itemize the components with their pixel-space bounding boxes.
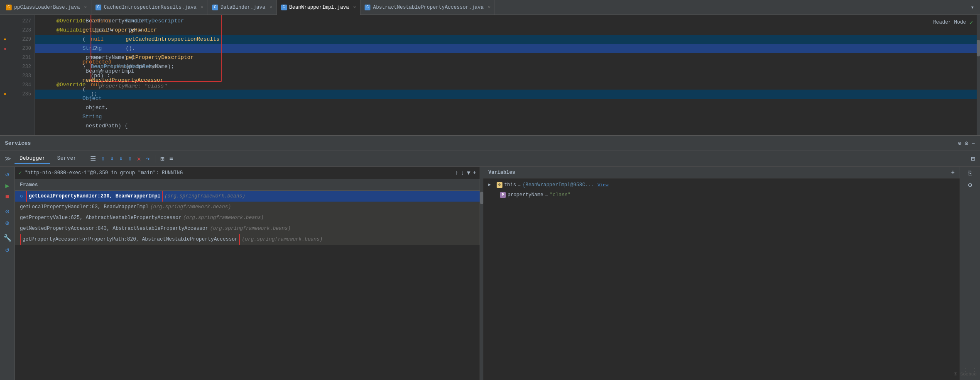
tab-close-cachedintrospection[interactable]: × [201,5,203,10]
sidebar-rerun-btn[interactable]: ↺ [5,246,10,254]
variables-add-btn[interactable]: + [951,169,955,176]
tab-ppclassloaderbase[interactable]: C ppClassLoaderBase.java × [2,0,91,15]
tab-close-databinder[interactable]: × [270,5,272,10]
toolbar-step-over-btn[interactable]: ⬆ [99,154,107,164]
reader-mode[interactable]: Reader Mode ✓ [933,18,973,27]
thread-filter-btn[interactable]: ▼ [467,170,470,176]
thread-down-btn[interactable]: ↓ [461,170,464,176]
frame-item-3[interactable]: getNestedPropertyAccessor:843, AbstractN… [15,223,480,234]
gutter-233 [0,71,10,80]
gutter-229[interactable]: ● [0,35,10,44]
services-minimize-icon[interactable]: − [972,140,975,147]
tab-databinder[interactable]: C DataBinder.java × [208,0,277,15]
tab-beanwrapperimpl[interactable]: C BeanWrapperImpl.java × [277,0,361,15]
sidebar-resume-btn[interactable]: ▶ [5,182,10,190]
services-gear-icon[interactable]: ⚙ [965,140,968,147]
left-sidebar: ↺ ▶ ■ ⊘ ⊕ 🔧 ↺ [0,167,15,380]
tab-debugger[interactable]: Debugger [15,153,50,164]
tab-label-beanwrapperimpl: BeanWrapperImpl.java [289,5,349,10]
gutter: ● ⬥ ● [0,15,10,135]
tab-cachedintrospectionresults[interactable]: C CachedIntrospectionResults.java × [91,0,208,15]
var-value-propertyname: "class" [550,190,571,200]
thread-add-btn[interactable]: + [473,170,476,176]
gutter-235[interactable]: ● [0,90,10,99]
services-globe-icon[interactable]: ⊕ [958,140,961,147]
var-eq-this: = [518,180,521,190]
frame-item-4[interactable]: getPropertyAccessorForPropertyPath:820, … [15,234,480,245]
sidebar-force-btn[interactable]: ⊕ [5,219,10,227]
line-num-233: 233 [10,71,31,80]
frame-item-2[interactable]: getPropertyValue:625, AbstractNestablePr… [15,212,480,223]
line-num-230: 230 [10,44,31,53]
toolbar-run-to-cursor-btn[interactable]: ↷ [144,154,152,164]
var-expand-this[interactable]: ▶ [488,180,491,190]
thread-check-icon: ✓ [18,169,22,176]
services-title: Services [5,140,31,146]
toolbar-evaluate-btn[interactable]: ⊞ [159,154,166,164]
debugger-content: ↺ ▶ ■ ⊘ ⊕ 🔧 ↺ ✓ "http-nio-8080-exec-1"@9… [0,167,980,380]
code-line-230: PropertyDescriptor pd = getCachedIntrosp… [35,44,977,53]
line-num-228: 228 [10,26,31,35]
toolbar-sep-2 [155,155,155,163]
tab-server[interactable]: Server [52,153,81,164]
services-header: Services ⊕ ⚙ − [0,136,980,151]
tab-close-ppclassloaderbase[interactable]: × [84,5,87,10]
variables-controls: + [951,169,955,176]
gutter-230[interactable]: ⬥ [0,44,10,53]
sidebar-config-btn[interactable]: 🔧 [3,234,12,242]
frames-scrollbar[interactable] [480,167,483,380]
toolbar-force-step-into-btn[interactable]: ⬇ [118,154,125,164]
frame-item-1[interactable]: getLocalPropertyHandler:63, BeanWrapperI… [15,202,480,212]
tab-overflow-button[interactable]: ▾ [967,4,978,11]
thread-controls: ↑ ↓ ▼ + [455,170,476,176]
frames-header: Frames [15,179,480,191]
variables-panel: Variables + ▶ ⊘ this = {BeanWrapperImpl@… [483,167,960,380]
frame-name-3: getNestedPropertyAccessor:843, AbstractN… [20,223,208,234]
bottom-copy-icon[interactable]: ⎘ [968,170,972,178]
sidebar-stop-btn[interactable]: ■ [5,193,10,201]
gutter-232 [0,62,10,71]
line-num-234: 234 [10,80,31,90]
toolbar-layout-btn[interactable]: ⊟ [969,154,977,164]
code-scrollbar-thumb [977,40,980,56]
code-scrollbar[interactable] [977,15,980,135]
var-item-propertyname: P propertyName = "class" [483,190,960,200]
tab-label-abstractnestable: AbstractNestablePropertyAccessor.java [373,5,483,10]
toolbar-list-btn[interactable]: ☰ [88,154,98,164]
bottom-settings-icon[interactable]: ⚙ [968,181,972,189]
variables-list: ▶ ⊘ this = {BeanWrapperImpl@958C... View… [483,178,960,380]
reader-mode-check: ✓ [969,18,973,27]
sidebar-mute-btn[interactable]: ⊘ [5,207,10,216]
line-num-235: 235 [10,90,31,99]
line-numbers: 227 228 229 230 231 232 233 234 235 [10,15,35,135]
frames-panel: ✓ "http-nio-8080-exec-1"@9,359 in group … [15,167,480,380]
toolbar-watch-btn[interactable]: ≡ [168,154,175,163]
frame-item-0[interactable]: ↻ getLocalPropertyHandler:230, BeanWrapp… [15,191,480,202]
var-item-this: ▶ ⊘ this = {BeanWrapperImpl@958C... View [483,180,960,190]
toolbar-drop-frame-btn[interactable]: ✕ [135,154,143,164]
gutter-231 [0,53,10,62]
line-num-229: 229 [10,35,31,44]
thread-running: ✓ "http-nio-8080-exec-1"@9,359 in group … [15,167,480,179]
frame-runner-icon-0: ↻ [20,191,23,202]
tab-label-ppclassloaderbase: ppClassLoaderBase.java [14,5,80,10]
gutter-228 [0,26,10,35]
toolbar-step-into-btn[interactable]: ⬇ [108,154,116,164]
tab-close-beanwrapperimpl[interactable]: × [353,5,356,10]
line-num-231: 231 [10,53,31,62]
sidebar-refresh-btn[interactable]: ↺ [5,170,10,178]
var-icon-this: ⊘ [497,182,502,188]
seebug-watermark: ⑤ Seebug [953,371,977,377]
gutter-227 [0,17,10,26]
tab-abstractnestableproperty[interactable]: C AbstractNestablePropertyAccessor.java … [360,0,495,15]
var-name-propertyname: propertyName [507,190,543,200]
thread-up-btn[interactable]: ↑ [455,170,458,176]
tab-close-abstractnestable[interactable]: × [488,5,491,10]
sidebar-toggle-btn[interactable]: ≫ [3,154,13,163]
tab-label-databinder: DataBinder.java [220,5,265,10]
toolbar-step-out-btn[interactable]: ⬆ [126,154,134,164]
frame-name-0: getLocalPropertyHandler:230, BeanWrapper… [29,193,160,199]
frame-name-1: getLocalPropertyHandler:63, BeanWrapperI… [20,202,149,212]
var-link-view[interactable]: View [598,180,608,190]
tab-bar: C ppClassLoaderBase.java × C CachedIntro… [0,0,980,15]
